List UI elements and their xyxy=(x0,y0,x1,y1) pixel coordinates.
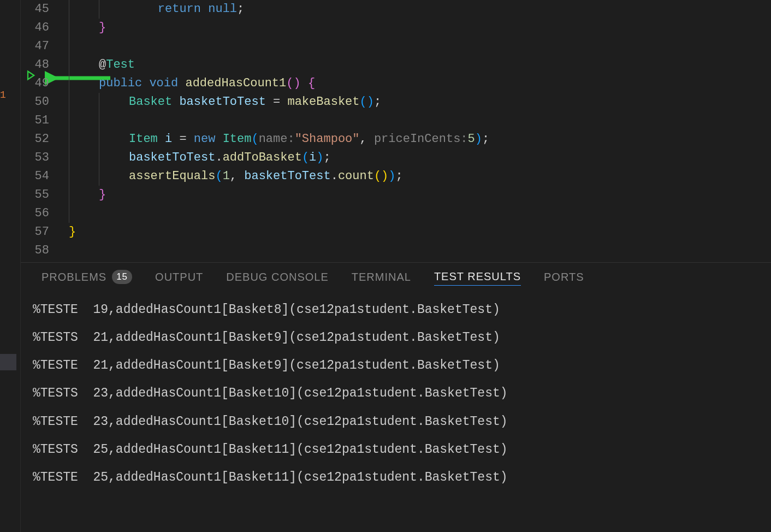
code-line[interactable]: 52 Item i = new Item(name:"Shampoo", pri… xyxy=(21,130,771,149)
code-line[interactable]: 46 } xyxy=(21,19,771,37)
tab-test-results[interactable]: TEST RESULTS xyxy=(434,270,521,286)
result-line: %TESTE 25,addedHasCount1[Basket11](cse12… xyxy=(33,471,759,484)
bottom-panel: PROBLEMS 15 OUTPUT DEBUG CONSOLE TERMINA… xyxy=(21,262,771,532)
margin-highlight xyxy=(0,354,16,370)
tab-problems[interactable]: PROBLEMS 15 xyxy=(41,270,132,286)
code-line[interactable]: 47 xyxy=(21,37,771,56)
tab-debug-console[interactable]: DEBUG CONSOLE xyxy=(226,271,328,286)
line-number: 51 xyxy=(21,111,69,130)
result-line: %TESTE 21,addedHasCount1[Basket9](cse12p… xyxy=(33,359,759,372)
tab-label: OUTPUT xyxy=(155,271,203,283)
code-editor[interactable]: 45 return null; 46 } 47 48 @Test 49 publ… xyxy=(21,0,771,257)
line-number: 48 xyxy=(21,56,69,74)
tab-ports[interactable]: PORTS xyxy=(544,271,584,286)
activity-margin: 1 xyxy=(0,0,21,532)
tab-label: PORTS xyxy=(544,271,584,283)
tab-label: DEBUG CONSOLE xyxy=(226,271,328,283)
code-line[interactable]: 53 basketToTest.addToBasket(i); xyxy=(21,149,771,167)
code-line[interactable]: 56 xyxy=(21,204,771,223)
line-number: 55 xyxy=(21,186,69,204)
code-line[interactable]: 45 return null; xyxy=(21,0,771,19)
line-number: 49 xyxy=(21,74,69,93)
result-line: %TESTS 23,addedHasCount1[Basket10](cse12… xyxy=(33,387,759,400)
line-number: 45 xyxy=(21,0,69,19)
tab-output[interactable]: OUTPUT xyxy=(155,271,203,286)
line-number: 54 xyxy=(21,167,69,186)
test-results-output[interactable]: %TESTE 19,addedHasCount1[Basket8](cse12p… xyxy=(21,293,771,509)
line-number: 57 xyxy=(21,223,69,241)
code-line[interactable]: 51 xyxy=(21,111,771,130)
result-line: %TESTE 19,addedHasCount1[Basket8](cse12p… xyxy=(33,303,759,316)
result-line: %TESTE 23,addedHasCount1[Basket10](cse12… xyxy=(33,415,759,428)
code-line[interactable]: 54 assertEquals(1, basketToTest.count())… xyxy=(21,167,771,186)
code-line[interactable]: 55 } xyxy=(21,186,771,204)
code-line[interactable]: 58 xyxy=(21,241,771,260)
line-number: 56 xyxy=(21,204,69,223)
panel-tabs: PROBLEMS 15 OUTPUT DEBUG CONSOLE TERMINA… xyxy=(21,263,771,293)
line-number: 46 xyxy=(21,19,69,37)
result-line: %TESTS 25,addedHasCount1[Basket11](cse12… xyxy=(33,443,759,456)
line-number: 58 xyxy=(21,241,69,260)
tab-label: TERMINAL xyxy=(352,271,411,283)
tab-label: TEST RESULTS xyxy=(434,270,521,283)
line-number: 47 xyxy=(21,37,69,56)
tab-terminal[interactable]: TERMINAL xyxy=(352,271,411,286)
line-number: 50 xyxy=(21,93,69,111)
line-number: 52 xyxy=(21,130,69,149)
result-line: %TESTS 21,addedHasCount1[Basket9](cse12p… xyxy=(33,331,759,344)
code-line[interactable]: 57 } xyxy=(21,223,771,241)
margin-indicator: 1 xyxy=(0,90,6,101)
code-line[interactable]: 49 public void addedHasCount1() { xyxy=(21,74,771,93)
code-line[interactable]: 48 @Test xyxy=(21,56,771,74)
tab-label: PROBLEMS xyxy=(41,271,106,283)
problems-count-badge: 15 xyxy=(112,270,132,284)
code-line[interactable]: 50 Basket basketToTest = makeBasket(); xyxy=(21,93,771,111)
line-number: 53 xyxy=(21,149,69,167)
